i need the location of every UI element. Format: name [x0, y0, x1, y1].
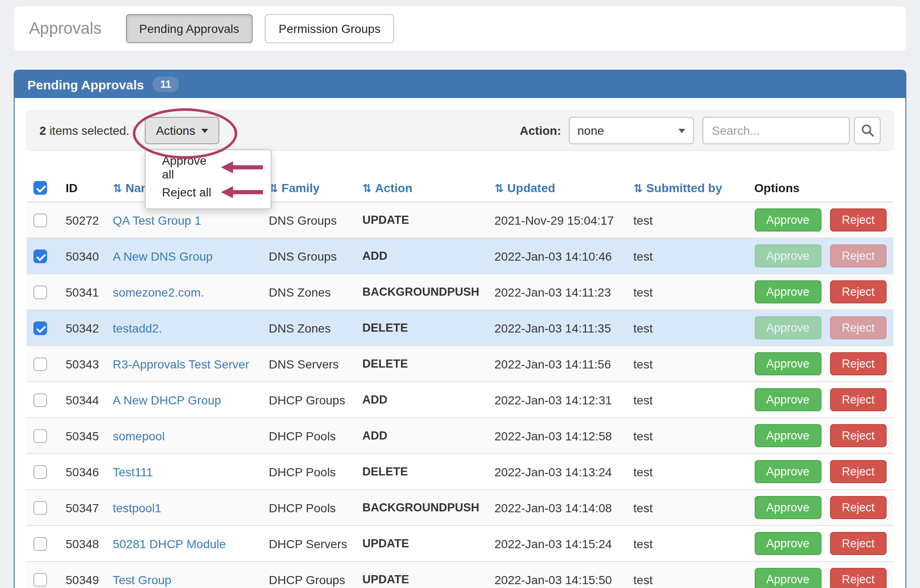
- item-name-link[interactable]: R3-Approvals Test Server: [113, 357, 249, 371]
- row-id: 50346: [59, 454, 106, 490]
- item-name-link[interactable]: Test111: [113, 465, 153, 479]
- table-row: 50341 somezone2.com. DNS Zones BACKGROUN…: [27, 274, 893, 310]
- row-family: DHCP Servers: [262, 526, 355, 562]
- reject-button[interactable]: Reject: [830, 317, 887, 340]
- reject-button[interactable]: Reject: [830, 245, 887, 268]
- action-filter-label: Action:: [520, 124, 561, 137]
- annotation-arrow-icon: [221, 186, 264, 198]
- reject-button[interactable]: Reject: [830, 209, 887, 232]
- row-id: 50342: [59, 310, 106, 346]
- approve-button[interactable]: Approve: [754, 317, 821, 340]
- reject-button[interactable]: Reject: [830, 389, 887, 412]
- tab-pending-approvals[interactable]: Pending Approvals: [125, 14, 253, 43]
- row-checkbox[interactable]: [33, 573, 47, 587]
- approve-button[interactable]: Approve: [754, 389, 821, 412]
- search-icon: [860, 124, 874, 137]
- search-button[interactable]: [854, 117, 881, 144]
- menu-item-approve-all[interactable]: Approve all: [146, 154, 271, 179]
- tab-permission-groups[interactable]: Permission Groups: [265, 14, 394, 43]
- row-submitted-by: test: [627, 310, 747, 346]
- row-updated: 2022-Jan-03 14:13:24: [488, 454, 627, 490]
- row-id: 50344: [59, 382, 106, 418]
- approve-button[interactable]: Approve: [754, 568, 821, 588]
- menu-item-reject-all[interactable]: Reject all: [146, 179, 271, 204]
- reject-button[interactable]: Reject: [830, 568, 887, 588]
- reject-button[interactable]: Reject: [830, 460, 887, 484]
- reject-button[interactable]: Reject: [830, 532, 887, 555]
- item-name-link[interactable]: QA Test Group 1: [113, 214, 201, 227]
- row-id: 50349: [59, 562, 106, 588]
- row-action: BACKGROUNDPUSH: [355, 490, 488, 526]
- reject-button[interactable]: Reject: [830, 425, 887, 448]
- approve-button[interactable]: Approve: [754, 209, 821, 232]
- row-checkbox[interactable]: [33, 214, 47, 228]
- table-row: 50346 Test111 DHCP Pools DELETE 2022-Jan…: [27, 454, 893, 490]
- column-header-updated[interactable]: ⇅Updated: [488, 173, 627, 202]
- sort-icon: ⇅: [113, 181, 122, 194]
- approve-button[interactable]: Approve: [754, 425, 821, 448]
- row-action: BACKGROUNDPUSH: [355, 274, 488, 310]
- column-header-action[interactable]: ⇅Action: [355, 173, 488, 202]
- sort-icon: ⇅: [495, 181, 504, 194]
- item-name-link[interactable]: testpool1: [113, 501, 161, 515]
- row-family: DHCP Pools: [262, 454, 355, 490]
- reject-button[interactable]: Reject: [830, 281, 887, 304]
- row-checkbox[interactable]: [33, 286, 47, 300]
- selected-count: 2: [39, 124, 46, 137]
- row-checkbox[interactable]: [33, 502, 47, 515]
- row-submitted-by: test: [627, 274, 747, 310]
- row-id: 50340: [59, 238, 106, 274]
- row-checkbox[interactable]: [33, 322, 47, 336]
- item-name-link[interactable]: Test Group: [113, 573, 171, 587]
- row-submitted-by: test: [627, 202, 747, 238]
- approve-button[interactable]: Approve: [754, 353, 821, 376]
- row-checkbox[interactable]: [33, 394, 47, 407]
- table-row: 50347 testpool1 DHCP Pools BACKGROUNDPUS…: [27, 490, 893, 526]
- row-checkbox[interactable]: [33, 250, 47, 264]
- approve-button[interactable]: Approve: [754, 532, 821, 555]
- row-submitted-by: test: [627, 346, 747, 382]
- action-filter-select[interactable]: none: [569, 117, 694, 144]
- select-all-checkbox[interactable]: [33, 181, 47, 195]
- caret-down-icon: [201, 128, 208, 133]
- row-action: UPDATE: [355, 526, 488, 562]
- row-family: DNS Zones: [262, 274, 355, 310]
- toolbar: 2 items selected. Actions Approve all: [27, 110, 893, 151]
- item-name-link[interactable]: 50281 DHCP Module: [113, 537, 226, 551]
- column-header-family[interactable]: ⇅Family: [262, 173, 355, 202]
- search-input[interactable]: [702, 117, 850, 144]
- item-name-link[interactable]: A New DHCP Group: [113, 393, 221, 407]
- sort-icon: ⇅: [362, 181, 372, 194]
- row-submitted-by: test: [627, 418, 747, 454]
- row-checkbox[interactable]: [33, 538, 47, 551]
- pending-approvals-panel: Pending Approvals 11 2 items selected. A…: [14, 70, 906, 588]
- row-checkbox[interactable]: [33, 358, 47, 371]
- page: Approvals Pending Approvals Permission G…: [0, 6, 920, 588]
- action-filter-value: none: [577, 124, 604, 137]
- reject-button[interactable]: Reject: [830, 496, 887, 520]
- item-name-link[interactable]: testadd2.: [113, 321, 162, 335]
- item-name-link[interactable]: somezone2.com.: [113, 285, 204, 299]
- row-checkbox[interactable]: [33, 466, 47, 479]
- panel-body: 2 items selected. Actions Approve all: [15, 98, 905, 588]
- row-submitted-by: test: [627, 526, 747, 562]
- actions-button[interactable]: Actions: [145, 117, 219, 144]
- row-action: ADD: [355, 418, 488, 454]
- approve-button[interactable]: Approve: [754, 245, 821, 268]
- approve-button[interactable]: Approve: [754, 281, 821, 304]
- column-header-submitted-by[interactable]: ⇅Submitted by: [627, 173, 747, 202]
- approve-button[interactable]: Approve: [754, 496, 821, 520]
- row-submitted-by: test: [627, 454, 747, 490]
- row-updated: 2022-Jan-03 14:12:58: [488, 418, 627, 454]
- column-header-options: Options: [747, 173, 893, 202]
- menu-item-label: Approve all: [162, 153, 216, 181]
- item-name-link[interactable]: A New DNS Group: [113, 249, 212, 263]
- approve-button[interactable]: Approve: [754, 460, 821, 484]
- row-checkbox[interactable]: [33, 430, 47, 443]
- pending-approvals-table: ID ⇅Name ⇅Family ⇅Action ⇅Updated ⇅Submi…: [27, 173, 893, 588]
- item-name-link[interactable]: somepool: [113, 429, 164, 443]
- row-id: 50347: [59, 490, 106, 526]
- selected-label: items selected.: [49, 124, 129, 137]
- reject-button[interactable]: Reject: [830, 353, 887, 376]
- actions-dropdown-menu: Approve all Reject all: [145, 149, 272, 209]
